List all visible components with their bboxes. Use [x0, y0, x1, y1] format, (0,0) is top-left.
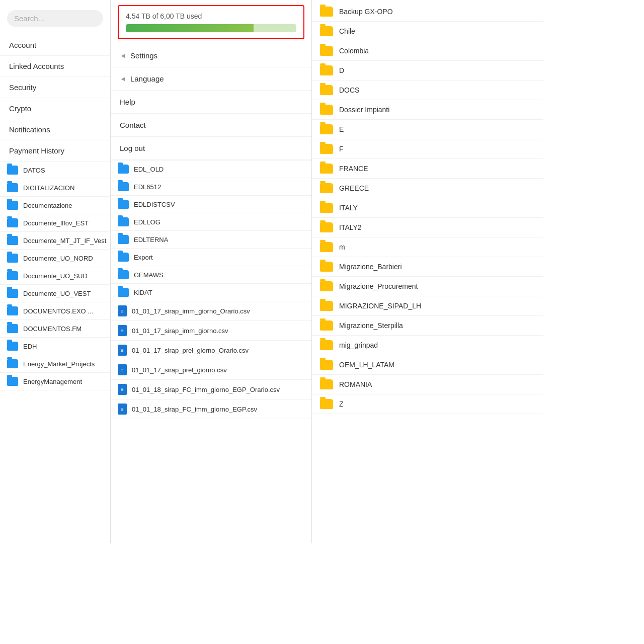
folder-icon-yellow: [320, 183, 333, 193]
left-folder-item[interactable]: Documentazione: [0, 197, 110, 214]
sidebar-item-notifications[interactable]: Notifications: [0, 119, 110, 140]
sidebar-item-linked-accounts[interactable]: Linked Accounts: [0, 56, 110, 77]
right-folder-item[interactable]: m: [312, 237, 543, 257]
file-name: Export: [134, 254, 153, 261]
folder-name: Documentazione: [23, 202, 72, 209]
middle-folder-item[interactable]: EDLLOG: [111, 213, 311, 231]
right-panel: Backup GX-OPOChileColombiaDDOCSDossier I…: [312, 0, 543, 543]
folder-name: Energy_Market_Projects: [23, 360, 95, 368]
search-input[interactable]: Search...: [7, 10, 103, 27]
menu-item-contact[interactable]: Contact: [111, 114, 311, 137]
sidebar-item-account[interactable]: Account: [0, 35, 110, 56]
left-folder-item[interactable]: EnergyManagement: [0, 373, 110, 390]
folder-name: Documente_Ilfov_EST: [23, 219, 89, 227]
folder-name: m: [339, 243, 345, 251]
folder-name: Documente_MT_JT_IF_Vest: [23, 237, 106, 245]
left-folder-item[interactable]: DOCUMENTOS.FM: [0, 320, 110, 338]
right-folder-item[interactable]: D: [312, 61, 543, 80]
folder-icon-yellow: [320, 360, 333, 370]
left-folder-item[interactable]: DATOS: [0, 162, 110, 179]
middle-folder-item[interactable]: Export: [111, 249, 311, 266]
right-folder-item[interactable]: Migrazione_Barbieri: [312, 257, 543, 277]
right-folder-item[interactable]: ROMANIA: [312, 375, 543, 394]
middle-file-list: EDL_OLDEDL6512EDLDISTCSVEDLLOGEDLTERNAEx…: [111, 160, 311, 543]
right-folder-item[interactable]: mig_grinpad: [312, 336, 543, 355]
folder-name: Documente_UO_NORD: [23, 255, 93, 262]
middle-folder-item[interactable]: GEMAWS: [111, 266, 311, 284]
middle-folder-item[interactable]: EDLDISTCSV: [111, 196, 311, 213]
folder-name: D: [339, 66, 344, 74]
right-folder-item[interactable]: Chile: [312, 22, 543, 41]
right-folder-item[interactable]: E: [312, 120, 543, 139]
right-folder-item[interactable]: MIGRAZIONE_SIPAD_LH: [312, 296, 543, 316]
right-folder-item[interactable]: Backup GX-OPO: [312, 2, 543, 22]
right-folder-item[interactable]: GREECE: [312, 179, 543, 198]
folder-icon: [7, 236, 18, 245]
menu-item-settings[interactable]: ◄Settings: [111, 44, 311, 67]
left-folder-item[interactable]: Documente_UO_VEST: [0, 285, 110, 302]
right-folder-item[interactable]: Z: [312, 394, 543, 414]
folder-icon-yellow: [320, 203, 333, 213]
folder-icon-yellow: [320, 222, 333, 232]
right-folder-item[interactable]: ITALY: [312, 198, 543, 218]
menu-items-container: ◄Settings◄LanguageHelpContactLog out: [111, 44, 311, 160]
document-icon: [118, 345, 127, 356]
middle-file-item[interactable]: 01_01_17_sirap_prel_giorno_Orario.csv: [111, 341, 311, 360]
right-folder-item[interactable]: Migrazione_Sterpilla: [312, 316, 543, 336]
middle-panel: 4.54 TB of 6,00 TB used ◄Settings◄Langua…: [111, 0, 312, 543]
document-icon: [118, 305, 127, 316]
middle-folder-item[interactable]: KiDAT: [111, 284, 311, 301]
folder-icon: [7, 289, 18, 298]
menu-item-log-out[interactable]: Log out: [111, 137, 311, 160]
left-folder-item[interactable]: EDH: [0, 338, 110, 355]
middle-file-item[interactable]: 01_01_18_sirap_FC_imm_giorno_EGP_Orario.…: [111, 380, 311, 399]
right-folder-item[interactable]: Colombia: [312, 41, 543, 61]
right-folder-item[interactable]: F: [312, 139, 543, 159]
sidebar-item-payment-history[interactable]: Payment History: [0, 140, 110, 162]
folder-name: Chile: [339, 27, 355, 35]
left-folder-item[interactable]: Documente_MT_JT_IF_Vest: [0, 232, 110, 250]
folder-name: Dossier Impianti: [339, 106, 389, 114]
menu-item-label: Log out: [120, 144, 145, 152]
folder-name: mig_grinpad: [339, 341, 378, 349]
right-folder-item[interactable]: ITALY2: [312, 218, 543, 237]
folder-name: F: [339, 145, 344, 153]
middle-file-item[interactable]: 01_01_17_sirap_imm_giorno.csv: [111, 321, 311, 341]
left-folder-item[interactable]: Documente_UO_NORD: [0, 250, 110, 267]
folder-icon: [7, 183, 18, 192]
right-folder-item[interactable]: FRANCE: [312, 159, 543, 179]
left-folder-item[interactable]: Documente_UO_SUD: [0, 267, 110, 285]
left-folder-item[interactable]: DOCUMENTOS.EXO ...: [0, 302, 110, 320]
folder-icon: [118, 217, 129, 226]
sidebar-item-security[interactable]: Security: [0, 77, 110, 98]
right-folder-item[interactable]: Migrazione_Procurement: [312, 277, 543, 296]
sidebar: Search... Account Linked Accounts Securi…: [0, 0, 111, 543]
middle-file-item[interactable]: 01_01_17_sirap_prel_giorno.csv: [111, 360, 311, 380]
middle-folder-item[interactable]: EDL6512: [111, 178, 311, 196]
middle-file-item[interactable]: 01_01_17_sirap_imm_giorno_Orario.csv: [111, 301, 311, 321]
folder-icon: [7, 166, 18, 175]
left-folder-item[interactable]: Energy_Market_Projects: [0, 355, 110, 373]
folder-icon: [118, 288, 129, 297]
folder-name: ITALY: [339, 204, 358, 212]
folder-icon: [7, 218, 18, 227]
sidebar-item-crypto[interactable]: Crypto: [0, 98, 110, 119]
folder-icon: [7, 201, 18, 210]
folder-name: DOCUMENTOS.EXO ...: [23, 307, 93, 315]
menu-item-language[interactable]: ◄Language: [111, 67, 311, 91]
folder-icon: [7, 324, 18, 333]
right-folder-item[interactable]: DOCS: [312, 80, 543, 100]
file-name: 01_01_17_sirap_imm_giorno.csv: [132, 327, 228, 335]
folder-icon-yellow: [320, 105, 333, 115]
folder-icon: [118, 235, 129, 244]
menu-item-help[interactable]: Help: [111, 91, 311, 114]
middle-file-item[interactable]: 01_01_18_sirap_FC_imm_giorno_EGP.csv: [111, 399, 311, 419]
right-folder-item[interactable]: Dossier Impianti: [312, 100, 543, 120]
file-name: 01_01_18_sirap_FC_imm_giorno_EGP.csv: [132, 406, 257, 413]
left-folder-item[interactable]: Documente_Ilfov_EST: [0, 214, 110, 232]
left-folder-item[interactable]: DIGITALIZACION: [0, 179, 110, 197]
menu-item-label: Settings: [130, 51, 157, 60]
middle-folder-item[interactable]: EDL_OLD: [111, 160, 311, 178]
middle-folder-item[interactable]: EDLTERNA: [111, 231, 311, 249]
right-folder-item[interactable]: OEM_LH_LATAM: [312, 355, 543, 375]
